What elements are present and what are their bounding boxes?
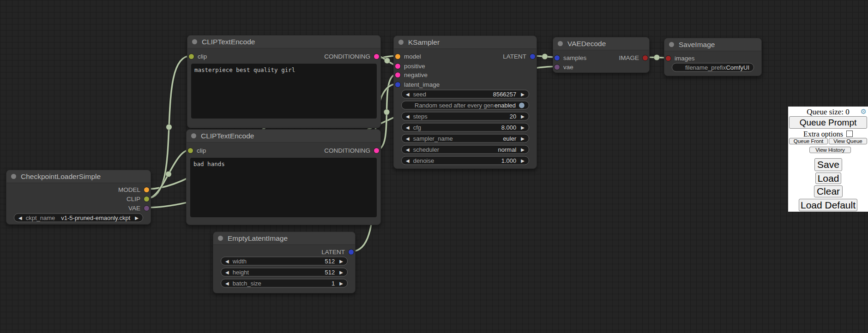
increment-arrow-icon[interactable]: ▶: [521, 147, 524, 152]
node-vae-decode[interactable]: VAEDecode samples vae IMAGE: [553, 37, 650, 73]
decrement-arrow-icon[interactable]: ◀: [225, 281, 229, 285]
widget-cfg[interactable]: ◀ cfg 8.000 ▶: [401, 123, 529, 132]
increment-arrow-icon[interactable]: ▶: [521, 158, 524, 163]
widget-height[interactable]: ◀ height 512 ▶: [221, 268, 348, 277]
node-titlebar[interactable]: CLIPTextEncode: [187, 36, 380, 48]
input-port-images[interactable]: images: [666, 54, 695, 63]
widget-width[interactable]: ◀ width 512 ▶: [221, 257, 348, 266]
port-dot-model[interactable]: [395, 54, 400, 59]
widget-seed[interactable]: ◀ seed 8566257 ▶: [401, 90, 529, 99]
port-dot-clip[interactable]: [144, 196, 149, 202]
port-dot-conditioning[interactable]: [374, 54, 379, 59]
port-dot-latent[interactable]: [395, 82, 400, 87]
output-port-conditioning[interactable]: CONDITIONING: [324, 52, 379, 61]
input-port-latent-image[interactable]: latent_image: [395, 80, 440, 89]
output-port-latent[interactable]: LATENT: [321, 247, 354, 256]
port-dot-latent[interactable]: [555, 55, 560, 60]
output-port-image[interactable]: IMAGE: [619, 53, 648, 62]
node-save-image[interactable]: SaveImage images filename_prefix ComfyUI: [664, 38, 762, 76]
view-queue-button[interactable]: View Queue: [829, 138, 867, 144]
decrement-arrow-icon[interactable]: ◀: [406, 114, 410, 119]
decrement-arrow-icon[interactable]: ◀: [406, 158, 410, 163]
node-clip-text-encode-positive[interactable]: CLIPTextEncode clip CONDITIONING masterp…: [187, 35, 381, 128]
decrement-arrow-icon[interactable]: ◀: [225, 259, 229, 263]
port-dot-image[interactable]: [643, 55, 648, 60]
decrement-arrow-icon[interactable]: ◀: [406, 125, 410, 130]
view-history-button[interactable]: View History: [809, 147, 851, 153]
extra-options-checkbox[interactable]: [846, 131, 853, 137]
decrement-arrow-icon[interactable]: ◀: [406, 92, 410, 96]
widget-random-seed-toggle[interactable]: Random seed after every gen enabled: [401, 101, 529, 110]
node-titlebar[interactable]: EmptyLatentImage: [213, 232, 355, 245]
widget-filename-prefix[interactable]: filename_prefix ComfyUI: [672, 63, 754, 72]
input-port-clip[interactable]: clip: [189, 52, 207, 61]
input-port-model[interactable]: model: [395, 52, 421, 61]
load-button[interactable]: Load: [815, 172, 841, 184]
widget-steps[interactable]: ◀ steps 20 ▶: [401, 112, 529, 121]
increment-arrow-icon[interactable]: ▶: [521, 136, 524, 141]
port-dot-vae[interactable]: [555, 65, 560, 70]
collapse-dot-icon[interactable]: [218, 236, 223, 241]
input-port-negative[interactable]: negative: [395, 70, 428, 79]
widget-sampler-name[interactable]: ◀ sampler_name euler ▶: [401, 134, 529, 143]
port-dot-image[interactable]: [666, 56, 671, 61]
port-dot-clip[interactable]: [189, 54, 194, 59]
comfyui-canvas[interactable]: { "colors": { "model": "#f7a231", "clip"…: [0, 0, 868, 333]
node-titlebar[interactable]: CLIPTextEncode: [187, 130, 380, 143]
settings-gear-icon[interactable]: ⚙: [861, 107, 867, 116]
increment-arrow-icon[interactable]: ▶: [521, 92, 524, 96]
input-port-clip[interactable]: clip: [188, 146, 206, 155]
node-ksampler[interactable]: KSampler model positive negative latent_…: [393, 36, 537, 169]
increment-arrow-icon[interactable]: ▶: [339, 259, 343, 263]
node-titlebar[interactable]: KSampler: [394, 36, 536, 49]
collapse-dot-icon[interactable]: [11, 174, 16, 179]
node-clip-text-encode-negative[interactable]: CLIPTextEncode clip CONDITIONING bad han…: [186, 129, 381, 225]
widget-denoise[interactable]: ◀ denoise 1.000 ▶: [401, 156, 529, 165]
port-dot-conditioning[interactable]: [374, 148, 379, 153]
decrement-arrow-icon[interactable]: ◀: [18, 215, 22, 220]
port-dot-conditioning[interactable]: [395, 64, 400, 69]
node-titlebar[interactable]: CheckpointLoaderSimple: [6, 170, 151, 183]
queue-prompt-button[interactable]: Queue Prompt: [789, 116, 867, 129]
widget-scheduler[interactable]: ◀ scheduler normal ▶: [401, 145, 529, 154]
toggle-on-icon[interactable]: [519, 102, 524, 108]
output-port-latent[interactable]: LATENT: [503, 52, 535, 61]
port-dot-model[interactable]: [144, 187, 149, 192]
widget-ckpt-name[interactable]: ◀ ckpt_name v1-5-pruned-emaonly.ckpt ▶: [14, 214, 143, 222]
output-port-conditioning[interactable]: CONDITIONING: [324, 146, 379, 155]
save-button[interactable]: Save: [814, 158, 842, 171]
collapse-dot-icon[interactable]: [191, 133, 196, 138]
decrement-arrow-icon[interactable]: ◀: [406, 147, 410, 152]
port-dot-latent[interactable]: [349, 250, 354, 255]
increment-arrow-icon[interactable]: ▶: [521, 125, 524, 130]
port-dot-conditioning[interactable]: [395, 72, 400, 77]
prompt-textarea[interactable]: masterpiece best quality girl: [191, 64, 377, 119]
increment-arrow-icon[interactable]: ▶: [135, 215, 139, 220]
collapse-dot-icon[interactable]: [669, 42, 674, 47]
increment-arrow-icon[interactable]: ▶: [339, 281, 343, 285]
input-port-samples[interactable]: samples: [555, 53, 586, 62]
increment-arrow-icon[interactable]: ▶: [339, 270, 343, 274]
output-port-vae[interactable]: VAE: [128, 203, 149, 213]
node-titlebar[interactable]: VAEDecode: [553, 37, 649, 50]
collapse-dot-icon[interactable]: [192, 39, 197, 44]
collapse-dot-icon[interactable]: [558, 41, 563, 46]
input-port-vae[interactable]: vae: [555, 62, 573, 71]
node-titlebar[interactable]: SaveImage: [664, 38, 761, 51]
collapse-dot-icon[interactable]: [398, 40, 404, 45]
output-port-model[interactable]: MODEL: [118, 185, 149, 194]
prompt-textarea[interactable]: bad hands: [190, 158, 377, 217]
port-dot-latent[interactable]: [530, 54, 535, 59]
clear-button[interactable]: Clear: [814, 185, 843, 197]
load-default-button[interactable]: Load Default: [799, 199, 857, 211]
decrement-arrow-icon[interactable]: ◀: [406, 136, 410, 141]
input-port-positive[interactable]: positive: [395, 61, 425, 71]
output-port-clip[interactable]: CLIP: [127, 194, 149, 203]
decrement-arrow-icon[interactable]: ◀: [225, 270, 229, 274]
node-empty-latent-image[interactable]: EmptyLatentImage LATENT ◀ width 512 ▶ ◀ …: [213, 232, 356, 293]
port-dot-vae[interactable]: [144, 206, 149, 211]
queue-front-button[interactable]: Queue Front: [789, 138, 828, 144]
port-dot-clip[interactable]: [188, 148, 193, 153]
increment-arrow-icon[interactable]: ▶: [521, 114, 524, 119]
node-checkpoint-loader-simple[interactable]: CheckpointLoaderSimple MODEL CLIP VAE ◀ …: [6, 170, 151, 225]
